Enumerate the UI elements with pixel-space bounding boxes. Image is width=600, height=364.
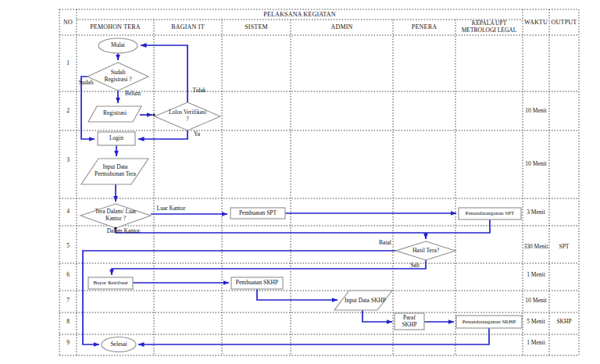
header-output: OUTPUT xyxy=(549,9,579,35)
row-number: 4 xyxy=(59,208,77,216)
waktu-value: 5 Menit xyxy=(523,318,548,326)
header-penera: PENERA xyxy=(393,20,455,35)
header-kepala-upt: KEPALA UPT METROLOGI LEGAL xyxy=(455,20,523,35)
header-bagian-it: BAGIAN IT xyxy=(154,20,222,35)
row-number: 5 xyxy=(59,242,77,250)
edge-label-luar-kantor: Luar Kantor xyxy=(153,205,189,212)
edge-label-belum: Belum xyxy=(120,91,146,98)
header-pemohon-tera: PEMOHON TERA xyxy=(77,20,154,35)
node-penandatanganan-spt-label: Penandatanganan SPT xyxy=(459,208,521,219)
node-selesai-label: Selesai xyxy=(102,340,136,349)
node-registrasi-label: Registrasi xyxy=(91,109,138,119)
flowchart-page: NO PELAKSANA KEGIATAN PEMOHON TERA BAGIA… xyxy=(0,0,600,364)
edge-ttdspt-down-line xyxy=(426,219,490,233)
node-tera-dalam-luar-label: Tera Dalam/ Luar Kantor ? xyxy=(92,205,139,227)
row-number: 3 xyxy=(59,156,77,164)
edge-ya-to-login xyxy=(138,130,188,139)
header-waktu: WAKTU xyxy=(523,9,549,35)
node-input-data-skhp-label: Input Data SKHP xyxy=(344,291,387,310)
waktu-value: 1 Menit xyxy=(523,339,548,347)
edge-label-dalam-kantor: Dalam Kantor xyxy=(103,228,144,235)
header-admin: ADMIN xyxy=(291,20,393,35)
row-number: 7 xyxy=(59,297,77,305)
waktu-value: 3 Menit xyxy=(523,209,548,216)
row-number: 1 xyxy=(59,59,77,67)
node-hasil-tera-label: Hasil Tera? xyxy=(397,246,455,255)
diagram-canvas xyxy=(0,0,600,364)
edge-label-ya: Ya xyxy=(190,131,204,138)
node-bayar-retribusi-label: Bayar Retribusi xyxy=(88,277,133,289)
header-no: NO xyxy=(59,9,77,35)
waktu-value: 10 Menit xyxy=(523,160,548,168)
node-login-label: Login xyxy=(98,133,135,145)
node-input-permohonan-label: Input Data Permohonan Tera xyxy=(94,158,137,184)
edge-label-batal: Batal xyxy=(374,240,396,247)
waktu-value: 10 Menit xyxy=(523,297,548,305)
edge-ttdskhp-to-selesai xyxy=(138,328,489,344)
row-number: 2 xyxy=(59,107,77,115)
edge-dalamkantor-line xyxy=(116,228,426,233)
node-pembuatan-skhp-label: Pembuatan SKHP xyxy=(231,277,283,289)
node-sudah-registrasi-label: Sudah Registrasi ? xyxy=(98,67,138,86)
waktu-value: 1 Menit xyxy=(523,271,548,279)
header-pelaksana-kegiatan: PELAKSANA KEGIATAN xyxy=(77,9,523,20)
edge-sah-to-bayarretribusi xyxy=(112,260,426,275)
node-pembuatan-spt-label: Pembuatan SPT xyxy=(230,208,285,219)
output-value: SPT xyxy=(549,243,579,251)
edge-tidak-to-mulai xyxy=(141,45,188,102)
node-mulai-label: Mulai xyxy=(98,41,138,51)
output-value: SKHP xyxy=(549,318,579,326)
row-number: 8 xyxy=(59,318,77,326)
header-sistem: SISTEM xyxy=(222,20,291,35)
waktu-value: 10 Menit xyxy=(523,107,548,115)
edge-label-tidak: Tidak xyxy=(188,87,211,95)
edge-label-sah: Sah xyxy=(405,262,425,269)
waktu-value: 330 Menit xyxy=(523,243,548,251)
node-paraf-skhp-label: Paraf SKHP xyxy=(395,314,423,330)
row-number: 6 xyxy=(59,271,77,279)
row-number: 9 xyxy=(59,339,77,347)
grid xyxy=(59,9,579,355)
node-lolos-verifikasi-label: Lolos Verifikasi ? xyxy=(169,105,206,127)
node-penandatanganan-skhp-label: Penandatanganan SKHP xyxy=(456,316,522,328)
edge-inputskhp-to-parafskhp xyxy=(362,310,392,322)
edge-label-sudah: Sudah xyxy=(73,80,98,87)
